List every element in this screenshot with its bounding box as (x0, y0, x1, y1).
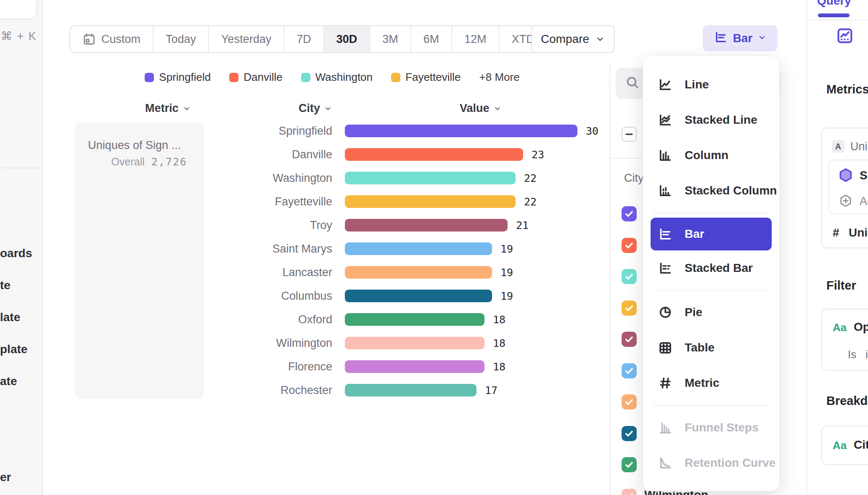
sidebar-nav-item[interactable]: te (0, 279, 11, 292)
series-checkbox[interactable] (622, 238, 637, 253)
menu-item-metric[interactable]: Metric (643, 365, 779, 401)
date-range-30d[interactable]: 30D (323, 26, 370, 52)
sidebar-nav-item[interactable]: late (0, 311, 20, 324)
menu-item-label: Stacked Bar (685, 261, 753, 275)
keyboard-shortcut-hint: ⌘ + K (1, 29, 37, 43)
bar-rochester[interactable] (345, 384, 476, 397)
breakdown-field[interactable]: City (854, 438, 868, 452)
menu-item-label: Pie (685, 306, 702, 319)
filter-condition[interactable]: Is i (848, 348, 868, 361)
bar-row-label: Fayetteville (181, 195, 332, 208)
bar-chart: Springfield30Danville23Washington22Fayet… (181, 119, 606, 402)
date-range-today[interactable]: Today (153, 26, 208, 52)
select-all-checkbox[interactable] (622, 127, 637, 142)
compare-label: Compare (541, 32, 589, 46)
bar-fayetteville[interactable] (345, 195, 516, 208)
sidebar-nav-item[interactable]: plate (0, 343, 27, 356)
event-name[interactable]: Sig (860, 169, 868, 182)
bar-saint-marys[interactable] (345, 242, 492, 255)
menu-item-column[interactable]: Column (643, 138, 779, 173)
bar-washington[interactable] (345, 172, 516, 184)
hexagon-plus-icon (838, 193, 853, 210)
bar-chart-icon (714, 30, 728, 47)
date-range-label: Today (166, 33, 196, 46)
date-range-yesterday[interactable]: Yesterday (208, 26, 283, 52)
series-checkbox[interactable] (622, 363, 637, 378)
filter-heading: Filter (826, 279, 856, 293)
menu-item-bar[interactable]: Bar (651, 218, 772, 250)
menu-item-retention-curve: Retention Curve (643, 445, 779, 481)
metric-overall-row: Overall 2,726 (111, 156, 187, 168)
sidebar-divider (2, 168, 40, 168)
sidebar-nav-item[interactable]: ate (0, 375, 17, 388)
date-range-12m[interactable]: 12M (451, 26, 499, 52)
menu-item-label: Bar (685, 227, 704, 241)
event-card[interactable]: Sig Ad (828, 160, 868, 214)
series-checkbox[interactable] (622, 301, 637, 316)
metric-name[interactable]: Unic (850, 140, 868, 153)
date-range-control: CustomTodayYesterday7D30D3M6M12MXTD (69, 25, 563, 53)
column-header-city[interactable]: City (273, 102, 332, 115)
bar-columbus[interactable] (345, 290, 492, 302)
date-range-6m[interactable]: 6M (410, 26, 452, 52)
add-event[interactable]: Ad (860, 195, 868, 208)
chevron-down-icon (183, 104, 191, 113)
breakdown-card[interactable]: Aa City (821, 426, 868, 465)
legend-item-fayetteville[interactable]: Fayetteville (391, 71, 461, 84)
date-range-custom[interactable]: Custom (70, 26, 153, 52)
menu-item-stacked-column[interactable]: Stacked Column (643, 173, 779, 208)
series-checkbox[interactable] (622, 269, 637, 284)
date-range-label: 12M (464, 33, 487, 46)
menu-item-line[interactable]: Line (643, 67, 779, 102)
sidebar-top-divider (807, 20, 868, 21)
date-range-label: Yesterday (221, 33, 271, 46)
legend-item-danville[interactable]: Danville (229, 71, 283, 84)
insights-chart-icon[interactable] (836, 27, 854, 46)
sidebar-search-box[interactable] (0, 0, 37, 19)
series-checkbox[interactable] (622, 489, 637, 495)
menu-item-funnel-steps: Funnel Steps (643, 410, 779, 445)
menu-item-label: Column (685, 149, 728, 162)
sidebar-nav-item[interactable]: oards (0, 247, 32, 260)
chart-type-button[interactable]: Bar (703, 25, 778, 51)
filter-field[interactable]: Ope (854, 320, 868, 334)
menu-item-stacked-bar[interactable]: Stacked Bar (643, 250, 779, 286)
series-checkbox[interactable] (622, 426, 637, 441)
bar-row-label: Wilmington (181, 337, 332, 350)
query-sidebar: Query Metrics A Unic Sig Ad # Uniqu Filt… (806, 0, 868, 495)
bar-value: 23 (532, 149, 544, 161)
series-checkbox[interactable] (622, 457, 637, 472)
menu-item-table[interactable]: Table (643, 330, 779, 365)
date-range-7d[interactable]: 7D (283, 26, 323, 52)
bar-row-label: Oxford (181, 313, 332, 326)
bar-oxford[interactable] (345, 313, 484, 326)
bar-springfield[interactable] (345, 125, 577, 137)
series-panel-border (609, 63, 610, 495)
column-header-value[interactable]: Value (460, 102, 502, 115)
bar-wilmington[interactable] (345, 337, 484, 349)
column-header-metric[interactable]: Metric (145, 102, 191, 115)
series-checkbox[interactable] (622, 332, 637, 347)
menu-item-label: Retention Curve (685, 456, 775, 470)
tab-active-underline (818, 13, 849, 17)
filter-card[interactable]: Aa Ope Is i (821, 309, 868, 371)
tab-query[interactable]: Query (817, 0, 851, 8)
menu-item-stacked-line[interactable]: Stacked Line (643, 102, 779, 138)
date-range-3m[interactable]: 3M (369, 26, 410, 52)
legend-more-button[interactable]: +8 More (479, 71, 520, 84)
compare-button[interactable]: Compare (531, 25, 615, 53)
sidebar-nav-item[interactable]: er (0, 471, 11, 484)
series-checkbox[interactable] (622, 394, 637, 410)
menu-item-label: Table (685, 341, 715, 354)
bar-value: 18 (493, 337, 505, 349)
menu-item-pie[interactable]: Pie (643, 295, 779, 330)
bar-lancaster[interactable] (345, 266, 492, 279)
legend-item-washington[interactable]: Washington (301, 71, 373, 84)
aggregation-label[interactable]: Uniqu (849, 226, 868, 240)
bar-florence[interactable] (345, 360, 484, 373)
bar-troy[interactable] (345, 219, 508, 232)
series-checkbox[interactable] (622, 206, 637, 221)
legend-item-springfield[interactable]: Springfield (145, 71, 211, 84)
bar-danville[interactable] (345, 148, 523, 161)
chart-type-menu: LineStacked LineColumnStacked ColumnBarS… (643, 56, 780, 491)
